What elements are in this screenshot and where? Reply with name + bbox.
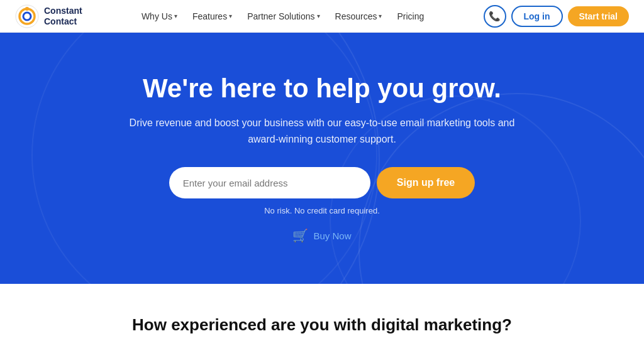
hero-form: Sign up free	[169, 167, 475, 198]
nav-item-pricing[interactable]: Pricing	[391, 8, 430, 25]
phone-icon: 📞	[489, 11, 501, 22]
bottom-section: How experienced are you with digital mar…	[0, 284, 644, 341]
hero-title: We're here to help you grow.	[143, 73, 501, 104]
navbar: Constant Contact Why Us ▾ Features ▾ Par…	[0, 0, 644, 33]
chevron-down-icon: ▾	[229, 13, 232, 19]
hero-subtitle: Drive revenue and boost your business wi…	[127, 115, 517, 147]
chevron-down-icon: ▾	[174, 13, 177, 19]
logo[interactable]: Constant Contact	[15, 4, 82, 28]
phone-button[interactable]: 📞	[484, 5, 506, 28]
cart-icon: 🛒	[292, 228, 308, 243]
svg-point-3	[25, 7, 29, 11]
nav-item-partner-solutions[interactable]: Partner Solutions ▾	[241, 8, 326, 25]
buy-now-link[interactable]: 🛒 Buy Now	[292, 228, 351, 243]
signup-button[interactable]: Sign up free	[377, 167, 475, 198]
hero-disclaimer: No risk. No credit card required.	[264, 206, 380, 215]
bottom-question: How experienced are you with digital mar…	[132, 315, 512, 335]
nav-item-resources[interactable]: Resources ▾	[329, 8, 389, 25]
hero-section: We're here to help you grow. Drive reven…	[0, 33, 644, 284]
logo-text: Constant Contact	[44, 6, 82, 27]
chevron-down-icon: ▾	[317, 13, 320, 19]
chevron-down-icon: ▾	[379, 13, 382, 19]
nav-menu: Why Us ▾ Features ▾ Partner Solutions ▾ …	[135, 8, 430, 25]
nav-item-features[interactable]: Features ▾	[186, 8, 238, 25]
navbar-actions: 📞 Log in Start trial	[484, 5, 629, 28]
email-input[interactable]	[169, 167, 370, 198]
start-trial-button[interactable]: Start trial	[568, 6, 629, 26]
login-button[interactable]: Log in	[511, 6, 563, 27]
logo-icon	[15, 4, 39, 28]
nav-item-why-us[interactable]: Why Us ▾	[135, 8, 184, 25]
hero-content: We're here to help you grow. Drive reven…	[127, 73, 517, 243]
